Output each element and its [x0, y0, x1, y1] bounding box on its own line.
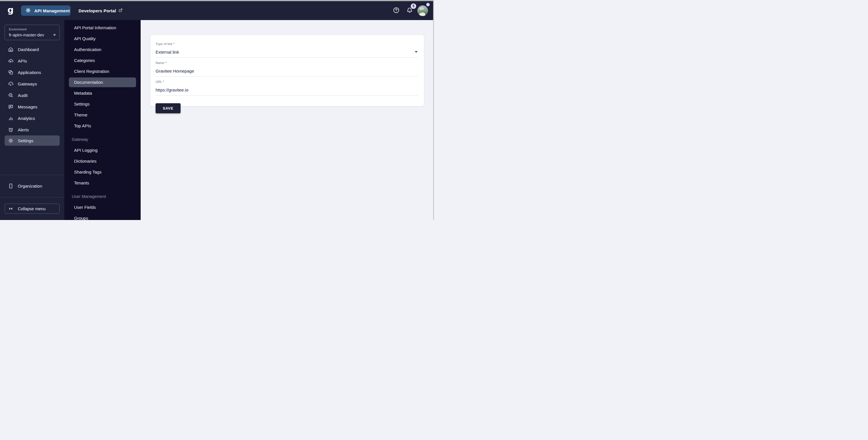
collapse-icon	[8, 206, 13, 211]
settings-nav-item-groups[interactable]: Groups	[64, 213, 141, 220]
sidebar-item-label: Applications	[18, 70, 41, 75]
field-underline	[156, 57, 418, 58]
topbar: g API Management Developers Portal	[0, 1, 434, 20]
sidebar-item-gateways[interactable]: Gateways	[0, 78, 64, 90]
settings-nav-item-authentication[interactable]: Authentication	[64, 44, 141, 55]
settings-nav: API Portal Information API Quality Authe…	[64, 20, 141, 220]
settings-nav-item-documentation[interactable]: Documentation	[69, 77, 136, 87]
settings-nav-item-api-logging[interactable]: API Logging	[64, 145, 141, 156]
window-edge-top	[0, 0, 434, 1]
save-button[interactable]: SAVE	[156, 103, 181, 113]
notifications-button[interactable]: 5	[406, 7, 413, 15]
api-management-button[interactable]: API Management	[21, 5, 71, 16]
alarm-clock-icon	[7, 127, 14, 133]
avatar[interactable]	[417, 5, 428, 16]
sidebar-item-applications[interactable]: Applications	[0, 67, 64, 78]
settings-nav-item-theme[interactable]: Theme	[64, 109, 141, 121]
sidebar-item-label: Organization	[18, 183, 42, 189]
developers-portal-label: Developers Portal	[79, 8, 116, 13]
chevron-down-icon	[53, 34, 56, 36]
sidebar-item-audit[interactable]: Audit	[0, 90, 64, 101]
link-form-card: Type of link * External link Name * URL …	[150, 35, 424, 106]
environment-value: fr-apim-master-dev	[9, 33, 44, 37]
select-arrow-icon	[415, 51, 417, 53]
help-icon	[393, 7, 400, 14]
sidebar-item-label: Dashboard	[18, 47, 39, 52]
settings-nav-item-client-registration[interactable]: Client Registration	[64, 66, 141, 77]
sidebar-item-label: Audit	[18, 93, 28, 98]
sidebar-item-dashboard[interactable]: Dashboard	[0, 44, 64, 55]
main-content: Type of link * External link Name * URL …	[141, 20, 434, 220]
applications-icon	[7, 69, 14, 75]
building-icon	[7, 183, 14, 189]
gear-icon	[7, 137, 14, 144]
cloud-upload-icon	[7, 58, 14, 64]
settings-nav-item-user-fields[interactable]: User Fields	[64, 202, 141, 213]
sidebar-item-messages[interactable]: Messages	[0, 101, 64, 112]
sidebar-item-label: Alerts	[18, 127, 29, 132]
sidebar-item-organization[interactable]: Organization	[0, 175, 64, 197]
collapse-menu-label: Collapse menu	[18, 206, 45, 211]
settings-nav-item-top-apis[interactable]: Top APIs	[64, 121, 141, 131]
type-of-link-value: External link	[156, 49, 418, 55]
sidebar-item-label: Gateways	[18, 81, 37, 86]
sidebar-item-label: Analytics	[18, 116, 35, 121]
type-of-link-label: Type of link *	[156, 42, 418, 45]
sidebar-item-label: APIs	[18, 59, 27, 63]
settings-nav-item-settings[interactable]: Settings	[64, 99, 141, 109]
external-link-icon	[118, 8, 123, 13]
gear-icon	[25, 7, 31, 14]
settings-nav-header-user-management: User Management	[64, 191, 141, 202]
cloud-download-icon	[7, 80, 14, 87]
api-management-label: API Management	[34, 8, 70, 13]
settings-nav-item-dictionaries[interactable]: Dictionaries	[64, 156, 141, 167]
collapse-menu-button[interactable]: Collapse menu	[5, 204, 60, 214]
settings-nav-item-sharding-tags[interactable]: Sharding Tags	[64, 167, 141, 177]
field-underline	[156, 95, 418, 96]
window-edge-right	[433, 0, 434, 220]
settings-nav-item-api-quality[interactable]: API Quality	[64, 33, 141, 44]
name-input[interactable]	[156, 69, 418, 73]
search-check-icon	[7, 92, 14, 98]
status-dot	[426, 3, 430, 6]
settings-nav-item-tenants[interactable]: Tenants	[64, 177, 141, 189]
sidebar-item-label: Messages	[18, 104, 37, 109]
sidebar: Environment fr-apim-master-dev Dashboard	[0, 20, 64, 220]
notification-badge: 5	[411, 3, 416, 9]
url-label: URL *	[156, 80, 418, 83]
gravitee-logo[interactable]: g	[7, 6, 13, 14]
sidebar-item-settings[interactable]: Settings	[5, 135, 60, 146]
sidebar-item-analytics[interactable]: Analytics	[0, 112, 64, 124]
developers-portal-link[interactable]: Developers Portal	[79, 8, 123, 13]
settings-nav-header-gateway: Gateway	[64, 134, 141, 145]
environment-select[interactable]: Environment fr-apim-master-dev	[5, 25, 60, 40]
settings-nav-item-api-portal-information[interactable]: API Portal Information	[64, 22, 141, 33]
sidebar-divider	[0, 197, 64, 197]
help-button[interactable]	[393, 7, 400, 14]
sidebar-item-apis[interactable]: APIs	[0, 55, 64, 67]
name-label: Name *	[156, 61, 418, 65]
url-input[interactable]	[156, 88, 418, 92]
sidebar-item-alerts[interactable]: Alerts	[0, 124, 64, 135]
type-of-link-select[interactable]: External link	[156, 49, 418, 55]
settings-nav-item-metadata[interactable]: Metadata	[64, 88, 141, 99]
sidebar-item-label: Settings	[18, 138, 33, 143]
bar-chart-icon	[7, 115, 14, 121]
home-icon	[7, 46, 14, 53]
message-icon	[7, 104, 14, 110]
settings-nav-item-categories[interactable]: Categories	[64, 55, 141, 66]
environment-label: Environment	[9, 28, 56, 31]
